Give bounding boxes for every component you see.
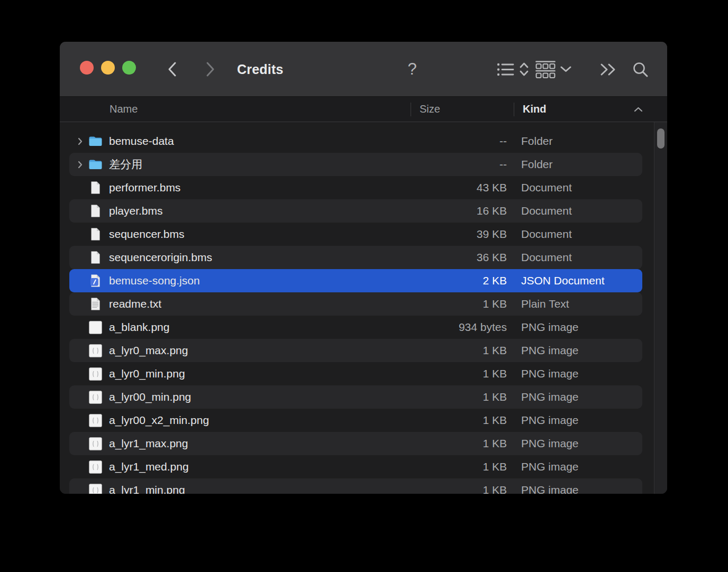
- file-kind: PNG image: [514, 484, 642, 494]
- finder-window: Credits ?: [60, 42, 667, 494]
- table-row[interactable]: bemuse-data -- Folder: [69, 130, 642, 153]
- document-icon: [88, 227, 103, 242]
- help-button[interactable]: ?: [401, 58, 424, 81]
- file-size: 1 KB: [411, 414, 514, 427]
- file-size: 934 bytes: [411, 321, 514, 334]
- name-cell: bemuse-data: [69, 134, 411, 149]
- file-kind: PNG image: [514, 321, 642, 334]
- window-title: Credits: [237, 42, 284, 97]
- file-kind: Folder: [514, 158, 642, 171]
- list-view-icon: [497, 62, 514, 77]
- chevron-down-icon: [560, 66, 571, 72]
- image-icon: [88, 344, 103, 358]
- disclosure-chevron-icon[interactable]: [74, 137, 86, 145]
- search-button[interactable]: [629, 58, 652, 81]
- table-row[interactable]: a_lyr1_min.png 1 KB PNG image: [69, 478, 642, 494]
- zoom-button[interactable]: [122, 61, 136, 75]
- close-button[interactable]: [80, 61, 94, 75]
- name-cell: a_blank.png: [69, 320, 411, 335]
- name-cell: bemuse-song.json: [69, 274, 411, 288]
- group-icon: [535, 61, 556, 78]
- folder-icon: [88, 158, 103, 172]
- forward-button[interactable]: [199, 60, 221, 79]
- file-list: bemuse-data -- Folder 差分用 -- Folder perf…: [69, 130, 642, 494]
- column-divider[interactable]: [411, 103, 411, 116]
- table-row[interactable]: readme.txt 1 KB Plain Text: [69, 292, 642, 316]
- name-cell: performer.bms: [69, 181, 411, 195]
- group-button[interactable]: [530, 58, 577, 81]
- file-kind: Document: [514, 251, 642, 264]
- name-cell: a_lyr0_min.png: [69, 367, 411, 381]
- document-icon: [88, 181, 103, 195]
- name-cell: a_lyr1_max.png: [69, 437, 411, 451]
- file-kind: PNG image: [514, 460, 642, 473]
- table-row[interactable]: a_lyr0_min.png 1 KB PNG image: [69, 362, 642, 385]
- file-kind: Plain Text: [514, 298, 642, 310]
- column-header-size[interactable]: Size: [420, 97, 440, 122]
- name-cell: a_lyr1_med.png: [69, 460, 411, 474]
- disclosure-chevron-icon[interactable]: [74, 161, 86, 169]
- more-icon: [599, 63, 617, 76]
- name-cell: a_lyr0_max.png: [69, 344, 411, 358]
- name-cell: a_lyr1_min.png: [69, 483, 411, 494]
- table-row[interactable]: sequencerorigin.bms 36 KB Document: [69, 246, 642, 269]
- table-row[interactable]: 差分用 -- Folder: [69, 153, 642, 176]
- document-icon: [88, 204, 103, 218]
- column-header-bar: Name Size Kind: [60, 97, 667, 122]
- file-kind: PNG image: [514, 414, 642, 427]
- table-row[interactable]: a_lyr1_med.png 1 KB PNG image: [69, 455, 642, 478]
- name-cell: sequencerorigin.bms: [69, 251, 411, 265]
- table-row[interactable]: sequencer.bms 39 KB Document: [69, 223, 642, 246]
- more-toolbar-items-button[interactable]: [597, 58, 620, 81]
- view-options-button[interactable]: [492, 58, 534, 81]
- file-size: 1 KB: [411, 391, 514, 403]
- column-divider[interactable]: [514, 103, 514, 116]
- file-name: bemuse-song.json: [109, 274, 200, 287]
- image-icon: [88, 413, 103, 428]
- file-name: player.bms: [109, 205, 163, 217]
- scrollbar-track[interactable]: [654, 122, 667, 494]
- file-size: 16 KB: [411, 205, 514, 217]
- table-row[interactable]: a_lyr0_max.png 1 KB PNG image: [69, 339, 642, 362]
- file-name: bemuse-data: [109, 135, 174, 147]
- file-kind: PNG image: [514, 437, 642, 450]
- image-icon: [88, 437, 103, 451]
- scrollbar-thumb[interactable]: [657, 128, 665, 149]
- table-row[interactable]: performer.bms 43 KB Document: [69, 176, 642, 199]
- file-size: 1 KB: [411, 460, 514, 473]
- table-row[interactable]: a_lyr00_x2_min.png 1 KB PNG image: [69, 409, 642, 432]
- name-cell: a_lyr00_x2_min.png: [69, 413, 411, 428]
- file-kind: PNG image: [514, 367, 642, 380]
- table-row[interactable]: bemuse-song.json 2 KB JSON Document: [69, 269, 642, 292]
- file-size: --: [411, 158, 514, 171]
- file-kind: Folder: [514, 135, 642, 147]
- table-row[interactable]: player.bms 16 KB Document: [69, 199, 642, 223]
- table-row[interactable]: a_lyr1_max.png 1 KB PNG image: [69, 432, 642, 455]
- table-row[interactable]: a_lyr00_min.png 1 KB PNG image: [69, 385, 642, 409]
- file-size: 43 KB: [411, 181, 514, 194]
- file-name: performer.bms: [109, 181, 180, 194]
- file-size: 1 KB: [411, 367, 514, 380]
- file-name: readme.txt: [109, 298, 161, 310]
- back-button[interactable]: [161, 60, 183, 79]
- table-row[interactable]: a_blank.png 934 bytes PNG image: [69, 316, 642, 339]
- document-icon: [88, 251, 103, 265]
- folder-icon: [88, 134, 103, 149]
- name-cell: readme.txt: [69, 297, 411, 311]
- name-cell: player.bms: [69, 204, 411, 218]
- text-icon: [88, 297, 103, 311]
- file-size: 39 KB: [411, 228, 514, 241]
- name-cell: a_lyr00_min.png: [69, 390, 411, 404]
- search-icon: [632, 61, 649, 78]
- name-cell: 差分用: [69, 157, 411, 172]
- file-size: 1 KB: [411, 437, 514, 450]
- file-name: a_lyr00_min.png: [109, 391, 191, 403]
- minimize-button[interactable]: [101, 61, 115, 75]
- column-header-name[interactable]: Name: [110, 97, 138, 122]
- file-name: a_lyr1_max.png: [109, 437, 188, 450]
- column-header-kind[interactable]: Kind: [523, 97, 546, 122]
- file-kind: PNG image: [514, 391, 642, 403]
- image-icon: [88, 460, 103, 474]
- file-list-area: bemuse-data -- Folder 差分用 -- Folder perf…: [60, 122, 667, 494]
- file-kind: PNG image: [514, 344, 642, 357]
